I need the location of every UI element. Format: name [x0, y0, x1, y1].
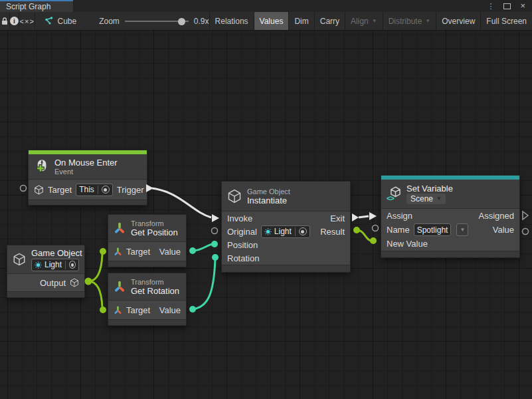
relations-button[interactable]: Relations [209, 12, 254, 30]
node-title: On Mouse Enter [54, 158, 118, 168]
target-port-label: Target [126, 305, 150, 315]
node-subtitle: Event [54, 168, 118, 176]
wire-getrot-to-rotation [193, 259, 215, 309]
position-input-port[interactable] [211, 241, 218, 247]
view-buttons: Relations Values Dim Carry Align▼ Distri… [209, 12, 532, 30]
tab-script-graph[interactable]: Script Graph [0, 0, 73, 12]
cube-icon [34, 185, 44, 195]
lock-icon [0, 17, 9, 26]
node-instantiate[interactable]: Game Object Instantiate Invoke Exit Orig… [221, 181, 351, 273]
node-get-position[interactable]: Transform Get Position Target Value [108, 214, 187, 267]
chevron-down-icon: ▼ [436, 196, 442, 201]
graph-breadcrumb[interactable]: Cube [35, 12, 76, 30]
window-menu-icon[interactable]: ⋮ [487, 2, 494, 11]
variable-scope-dropdown[interactable]: Scene ▼ [406, 194, 446, 204]
position-port-label: Position [227, 240, 258, 250]
original-input-port[interactable] [212, 228, 218, 234]
getrot-target-port[interactable] [100, 307, 106, 313]
light-object-field[interactable]: Light [31, 259, 79, 271]
new-value-input-port[interactable] [370, 237, 377, 244]
node-title: Game Object [31, 248, 79, 258]
variable-tag-icon: <> [387, 194, 394, 202]
assign-input-port[interactable] [369, 212, 377, 220]
zoom-value: 0.9x [194, 17, 209, 26]
lock-button[interactable] [0, 12, 10, 30]
output-port-label: Output [40, 278, 66, 288]
cube-icon [227, 189, 242, 203]
carry-button[interactable]: Carry [314, 12, 345, 30]
output-port[interactable] [85, 278, 92, 285]
variable-name-dropdown-button[interactable]: ▼ [456, 223, 468, 236]
code-icon: <×> [20, 17, 35, 25]
zoom-label: Zoom [99, 17, 120, 26]
variable-name-field[interactable]: Spotlight [414, 223, 452, 236]
target-port-label: Target [126, 247, 150, 257]
values-button[interactable]: Values [254, 12, 289, 30]
chevron-down-icon: ▼ [460, 227, 465, 233]
tab-title: Script Graph [6, 2, 50, 11]
original-port-label: Original [227, 227, 257, 237]
node-category: Transform [131, 219, 178, 227]
value-port-label: Value [493, 225, 514, 235]
close-icon[interactable]: × [520, 3, 525, 9]
result-port-label: Result [320, 227, 345, 237]
value-port-label: Value [159, 247, 181, 257]
zoom-slider[interactable] [125, 21, 189, 22]
chevron-down-icon: ▼ [372, 19, 377, 24]
distribute-button[interactable]: Distribute▼ [383, 12, 436, 30]
zoom-slider-handle[interactable] [178, 18, 185, 25]
node-title: Get Rotation [131, 286, 179, 296]
transform-icon [114, 222, 126, 234]
event-target-port[interactable] [21, 186, 27, 192]
getpos-target-port[interactable] [100, 248, 106, 255]
exit-port-label: Exit [330, 213, 345, 223]
invoke-input-port[interactable] [212, 214, 219, 222]
zoom-control: Zoom 0.9x [99, 12, 209, 30]
assigned-output-port[interactable] [523, 211, 528, 219]
overview-button[interactable]: Overview [436, 12, 480, 30]
wire-result-to-new-value [357, 230, 372, 241]
new-value-port-label: New Value [387, 239, 428, 249]
light-icon [264, 228, 272, 235]
name-input-port[interactable] [373, 225, 379, 231]
getpos-value-port[interactable] [189, 247, 196, 254]
result-output-port[interactable] [353, 227, 360, 233]
insert-unit-button[interactable]: <×> [19, 12, 35, 30]
object-picker-icon[interactable] [299, 227, 307, 235]
mouse-event-icon [34, 159, 49, 174]
node-category: Transform [131, 278, 179, 286]
node-on-mouse-enter[interactable]: On Mouse Enter Event Target This Trigger [28, 150, 147, 205]
value-output-port[interactable] [523, 229, 529, 235]
align-button[interactable]: Align▼ [345, 12, 383, 30]
maximize-icon[interactable] [503, 3, 511, 9]
info-button[interactable]: i [10, 12, 19, 30]
name-port-label: Name [387, 225, 410, 235]
original-object-field[interactable]: Light [261, 225, 310, 238]
getrot-value-port[interactable] [189, 306, 196, 313]
target-object-field[interactable]: This [76, 184, 113, 196]
object-picker-icon[interactable] [69, 261, 76, 269]
fullscreen-button[interactable]: Full Screen [480, 12, 532, 30]
exit-output-port[interactable] [352, 213, 359, 221]
transform-icon [114, 247, 122, 256]
node-set-variable[interactable]: <> Set Variable Scene ▼ Assign Assigned … [381, 175, 520, 258]
invoke-port-label: Invoke [227, 213, 252, 223]
cube-icon [13, 253, 26, 266]
node-get-rotation[interactable]: Transform Get Rotation Target Value [108, 273, 187, 326]
transform-icon [114, 281, 126, 293]
object-picker-icon[interactable] [102, 186, 110, 194]
graph-canvas[interactable]: On Mouse Enter Event Target This Trigger [0, 31, 532, 399]
node-game-object-literal[interactable]: Game Object Light Output [7, 245, 85, 298]
wire-output-to-getpos-target [88, 254, 102, 281]
rotation-input-port[interactable] [212, 254, 219, 261]
node-title: Set Variable [406, 184, 453, 194]
wire-trigger-to-invoke [152, 188, 211, 217]
window-controls: ⋮ × [487, 0, 532, 12]
target-port-label: Target [48, 185, 72, 195]
dim-button[interactable]: Dim [288, 12, 313, 30]
wire-getpos-to-position [193, 244, 214, 251]
wire-output-to-getrot-target [88, 281, 102, 307]
value-port-label: Value [159, 305, 181, 315]
wire-exit-to-assign [359, 216, 369, 217]
chevron-down-icon: ▼ [425, 19, 430, 24]
